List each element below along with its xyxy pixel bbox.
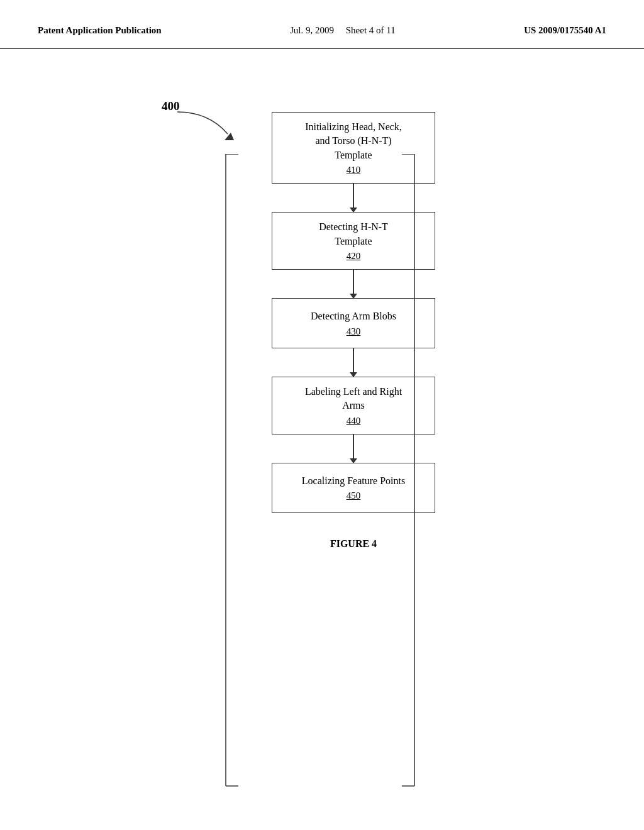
- outer-bracket: [223, 154, 418, 792]
- date-sheet-info: Jul. 9, 2009 Sheet 4 of 11: [290, 25, 396, 36]
- patent-number: US 2009/0175540 A1: [524, 25, 606, 36]
- publication-label: Patent Application Publication: [38, 25, 162, 36]
- sheet-info: Sheet 4 of 11: [346, 25, 396, 35]
- page-header: Patent Application Publication Jul. 9, 2…: [0, 0, 644, 49]
- publication-date: Jul. 9, 2009: [290, 25, 334, 35]
- main-content: 400 Initializing Head, Neck,and Torso (H…: [0, 49, 644, 562]
